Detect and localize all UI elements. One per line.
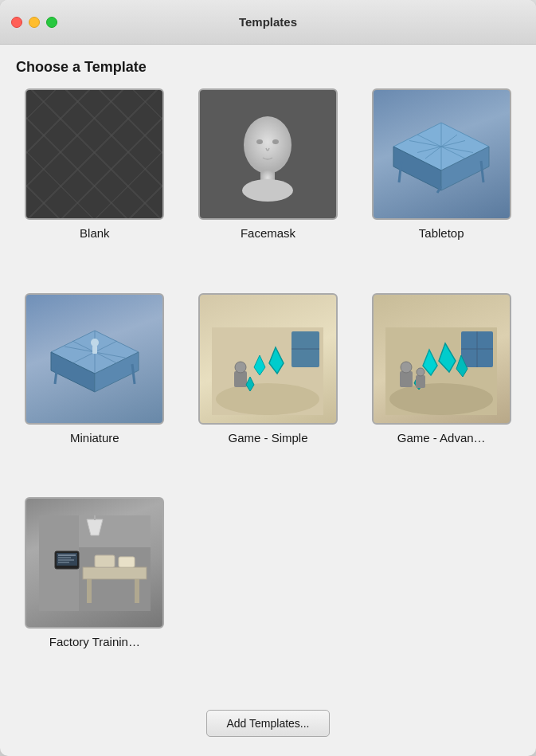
template-label-factory: Factory Trainin… <box>49 635 140 648</box>
template-thumb-game-simple <box>198 293 338 425</box>
footer: Add Templates... <box>0 697 536 756</box>
template-label-miniature: Miniature <box>70 431 119 445</box>
template-thumb-facemask <box>198 88 338 220</box>
template-item-tabletop[interactable]: Tabletop <box>362 88 520 274</box>
templates-grid: Blank <box>16 88 520 683</box>
svg-rect-65 <box>119 557 135 567</box>
minimize-button[interactable] <box>29 17 40 28</box>
svg-point-49 <box>417 368 424 376</box>
svg-rect-64 <box>95 555 115 567</box>
template-item-miniature[interactable]: Miniature <box>16 293 174 479</box>
template-label-blank: Blank <box>80 226 110 240</box>
template-item-factory[interactable]: Factory Trainin… <box>16 497 174 683</box>
template-item-blank[interactable]: Blank <box>16 88 174 274</box>
svg-rect-26 <box>92 346 97 354</box>
maximize-button[interactable] <box>46 17 57 28</box>
add-templates-button[interactable]: Add Templates... <box>206 710 329 737</box>
svg-point-2 <box>242 179 293 202</box>
miniature-svg <box>43 319 147 398</box>
svg-rect-56 <box>87 579 92 603</box>
factory-svg <box>39 515 151 611</box>
template-label-game-advanced: Game - Advan… <box>397 431 486 445</box>
close-button[interactable] <box>11 17 22 28</box>
template-thumb-tabletop <box>372 88 511 220</box>
section-title: Choose a Template <box>16 59 520 76</box>
template-thumb-game-advanced <box>372 293 511 425</box>
template-item-game-simple[interactable]: Game - Simple <box>190 293 347 479</box>
template-label-tabletop: Tabletop <box>419 226 464 240</box>
facemask-svg <box>232 107 303 202</box>
svg-point-0 <box>244 116 291 174</box>
svg-rect-54 <box>94 515 96 520</box>
svg-rect-57 <box>135 579 139 603</box>
titlebar: Templates <box>0 0 536 45</box>
templates-window: Templates Choose a Template Blank <box>0 0 536 756</box>
content-area: Choose a Template Blank <box>0 45 536 697</box>
template-thumb-blank <box>25 88 164 220</box>
template-label-game-simple: Game - Simple <box>228 431 307 445</box>
tabletop-svg <box>389 115 493 194</box>
template-item-facemask[interactable]: Facemask <box>190 88 347 274</box>
svg-rect-48 <box>416 375 425 388</box>
template-item-game-advanced[interactable]: Game - Advan… <box>362 293 520 479</box>
game-advanced-svg <box>385 327 497 415</box>
svg-point-25 <box>91 339 99 347</box>
svg-rect-55 <box>83 567 147 579</box>
svg-rect-32 <box>234 371 247 387</box>
svg-point-43 <box>401 362 412 373</box>
template-label-facemask: Facemask <box>241 226 295 240</box>
window-title: Templates <box>239 15 297 29</box>
window-controls <box>11 17 57 28</box>
svg-point-28 <box>216 383 319 415</box>
game-simple-svg <box>212 327 323 415</box>
svg-point-4 <box>272 139 279 144</box>
svg-point-33 <box>235 362 246 373</box>
svg-rect-42 <box>400 371 413 387</box>
template-thumb-miniature <box>25 293 164 425</box>
svg-point-3 <box>256 139 263 144</box>
svg-point-38 <box>389 383 493 415</box>
template-thumb-factory <box>25 497 164 629</box>
